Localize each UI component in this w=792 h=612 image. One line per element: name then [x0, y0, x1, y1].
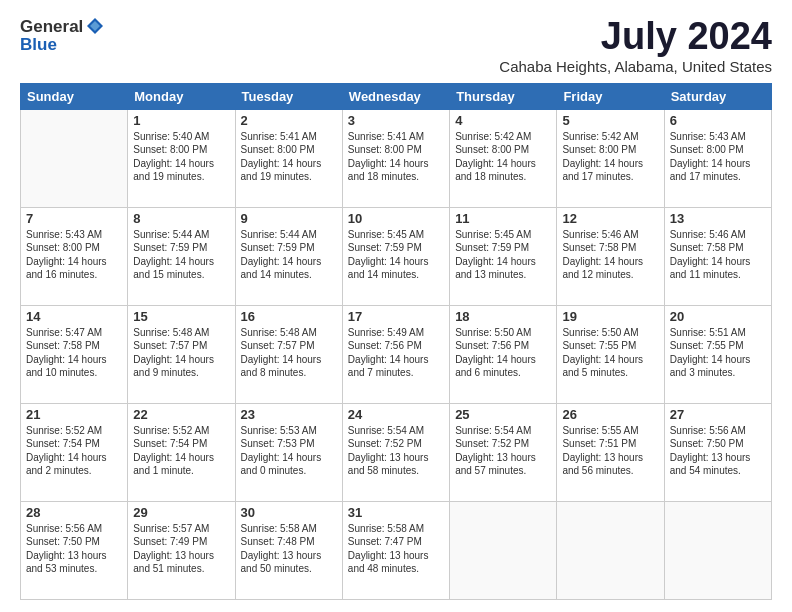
day-number: 25 — [455, 407, 551, 422]
table-row: 1Sunrise: 5:40 AM Sunset: 8:00 PM Daylig… — [128, 109, 235, 207]
day-info: Sunrise: 5:46 AM Sunset: 7:58 PM Dayligh… — [562, 228, 658, 282]
day-number: 16 — [241, 309, 337, 324]
day-info: Sunrise: 5:58 AM Sunset: 7:48 PM Dayligh… — [241, 522, 337, 576]
day-number: 6 — [670, 113, 766, 128]
col-tuesday: Tuesday — [235, 83, 342, 109]
day-number: 2 — [241, 113, 337, 128]
day-info: Sunrise: 5:56 AM Sunset: 7:50 PM Dayligh… — [670, 424, 766, 478]
day-number: 9 — [241, 211, 337, 226]
col-saturday: Saturday — [664, 83, 771, 109]
calendar-table: Sunday Monday Tuesday Wednesday Thursday… — [20, 83, 772, 600]
calendar-week-4: 21Sunrise: 5:52 AM Sunset: 7:54 PM Dayli… — [21, 403, 772, 501]
table-row: 12Sunrise: 5:46 AM Sunset: 7:58 PM Dayli… — [557, 207, 664, 305]
day-info: Sunrise: 5:41 AM Sunset: 8:00 PM Dayligh… — [241, 130, 337, 184]
day-number: 18 — [455, 309, 551, 324]
table-row: 7Sunrise: 5:43 AM Sunset: 8:00 PM Daylig… — [21, 207, 128, 305]
col-monday: Monday — [128, 83, 235, 109]
table-row: 29Sunrise: 5:57 AM Sunset: 7:49 PM Dayli… — [128, 501, 235, 599]
day-info: Sunrise: 5:54 AM Sunset: 7:52 PM Dayligh… — [455, 424, 551, 478]
table-row — [21, 109, 128, 207]
day-info: Sunrise: 5:43 AM Sunset: 8:00 PM Dayligh… — [670, 130, 766, 184]
day-number: 1 — [133, 113, 229, 128]
day-number: 11 — [455, 211, 551, 226]
day-info: Sunrise: 5:42 AM Sunset: 8:00 PM Dayligh… — [455, 130, 551, 184]
day-info: Sunrise: 5:58 AM Sunset: 7:47 PM Dayligh… — [348, 522, 444, 576]
day-number: 22 — [133, 407, 229, 422]
day-info: Sunrise: 5:42 AM Sunset: 8:00 PM Dayligh… — [562, 130, 658, 184]
day-info: Sunrise: 5:44 AM Sunset: 7:59 PM Dayligh… — [241, 228, 337, 282]
day-info: Sunrise: 5:52 AM Sunset: 7:54 PM Dayligh… — [26, 424, 122, 478]
day-info: Sunrise: 5:50 AM Sunset: 7:55 PM Dayligh… — [562, 326, 658, 380]
table-row — [557, 501, 664, 599]
day-info: Sunrise: 5:48 AM Sunset: 7:57 PM Dayligh… — [133, 326, 229, 380]
day-number: 24 — [348, 407, 444, 422]
table-row: 14Sunrise: 5:47 AM Sunset: 7:58 PM Dayli… — [21, 305, 128, 403]
day-number: 13 — [670, 211, 766, 226]
day-number: 17 — [348, 309, 444, 324]
day-info: Sunrise: 5:52 AM Sunset: 7:54 PM Dayligh… — [133, 424, 229, 478]
day-info: Sunrise: 5:56 AM Sunset: 7:50 PM Dayligh… — [26, 522, 122, 576]
day-number: 4 — [455, 113, 551, 128]
day-number: 7 — [26, 211, 122, 226]
location-title: Cahaba Heights, Alabama, United States — [499, 58, 772, 75]
table-row: 3Sunrise: 5:41 AM Sunset: 8:00 PM Daylig… — [342, 109, 449, 207]
calendar-week-5: 28Sunrise: 5:56 AM Sunset: 7:50 PM Dayli… — [21, 501, 772, 599]
day-number: 5 — [562, 113, 658, 128]
day-number: 14 — [26, 309, 122, 324]
table-row: 21Sunrise: 5:52 AM Sunset: 7:54 PM Dayli… — [21, 403, 128, 501]
day-number: 27 — [670, 407, 766, 422]
day-number: 30 — [241, 505, 337, 520]
day-info: Sunrise: 5:40 AM Sunset: 8:00 PM Dayligh… — [133, 130, 229, 184]
table-row: 18Sunrise: 5:50 AM Sunset: 7:56 PM Dayli… — [450, 305, 557, 403]
table-row: 15Sunrise: 5:48 AM Sunset: 7:57 PM Dayli… — [128, 305, 235, 403]
day-info: Sunrise: 5:47 AM Sunset: 7:58 PM Dayligh… — [26, 326, 122, 380]
day-info: Sunrise: 5:41 AM Sunset: 8:00 PM Dayligh… — [348, 130, 444, 184]
day-number: 23 — [241, 407, 337, 422]
day-number: 20 — [670, 309, 766, 324]
table-row: 19Sunrise: 5:50 AM Sunset: 7:55 PM Dayli… — [557, 305, 664, 403]
table-row: 2Sunrise: 5:41 AM Sunset: 8:00 PM Daylig… — [235, 109, 342, 207]
day-info: Sunrise: 5:49 AM Sunset: 7:56 PM Dayligh… — [348, 326, 444, 380]
table-row: 27Sunrise: 5:56 AM Sunset: 7:50 PM Dayli… — [664, 403, 771, 501]
table-row: 10Sunrise: 5:45 AM Sunset: 7:59 PM Dayli… — [342, 207, 449, 305]
col-wednesday: Wednesday — [342, 83, 449, 109]
header: General Blue July 2024 Cahaba Heights, A… — [20, 16, 772, 75]
day-info: Sunrise: 5:45 AM Sunset: 7:59 PM Dayligh… — [455, 228, 551, 282]
calendar-week-2: 7Sunrise: 5:43 AM Sunset: 8:00 PM Daylig… — [21, 207, 772, 305]
day-info: Sunrise: 5:46 AM Sunset: 7:58 PM Dayligh… — [670, 228, 766, 282]
table-row: 28Sunrise: 5:56 AM Sunset: 7:50 PM Dayli… — [21, 501, 128, 599]
day-number: 26 — [562, 407, 658, 422]
day-number: 3 — [348, 113, 444, 128]
day-number: 29 — [133, 505, 229, 520]
table-row: 30Sunrise: 5:58 AM Sunset: 7:48 PM Dayli… — [235, 501, 342, 599]
table-row: 24Sunrise: 5:54 AM Sunset: 7:52 PM Dayli… — [342, 403, 449, 501]
day-info: Sunrise: 5:55 AM Sunset: 7:51 PM Dayligh… — [562, 424, 658, 478]
table-row: 11Sunrise: 5:45 AM Sunset: 7:59 PM Dayli… — [450, 207, 557, 305]
col-thursday: Thursday — [450, 83, 557, 109]
table-row: 26Sunrise: 5:55 AM Sunset: 7:51 PM Dayli… — [557, 403, 664, 501]
logo: General Blue — [20, 16, 105, 53]
day-number: 19 — [562, 309, 658, 324]
day-number: 12 — [562, 211, 658, 226]
day-info: Sunrise: 5:50 AM Sunset: 7:56 PM Dayligh… — [455, 326, 551, 380]
table-row: 25Sunrise: 5:54 AM Sunset: 7:52 PM Dayli… — [450, 403, 557, 501]
table-row: 6Sunrise: 5:43 AM Sunset: 8:00 PM Daylig… — [664, 109, 771, 207]
calendar-week-1: 1Sunrise: 5:40 AM Sunset: 8:00 PM Daylig… — [21, 109, 772, 207]
month-title: July 2024 — [499, 16, 772, 58]
day-info: Sunrise: 5:43 AM Sunset: 8:00 PM Dayligh… — [26, 228, 122, 282]
logo-arrow-icon — [85, 16, 105, 36]
title-area: July 2024 Cahaba Heights, Alabama, Unite… — [499, 16, 772, 75]
table-row: 8Sunrise: 5:44 AM Sunset: 7:59 PM Daylig… — [128, 207, 235, 305]
page: General Blue July 2024 Cahaba Heights, A… — [0, 0, 792, 612]
day-info: Sunrise: 5:48 AM Sunset: 7:57 PM Dayligh… — [241, 326, 337, 380]
table-row: 31Sunrise: 5:58 AM Sunset: 7:47 PM Dayli… — [342, 501, 449, 599]
header-row: Sunday Monday Tuesday Wednesday Thursday… — [21, 83, 772, 109]
col-sunday: Sunday — [21, 83, 128, 109]
day-number: 8 — [133, 211, 229, 226]
table-row: 20Sunrise: 5:51 AM Sunset: 7:55 PM Dayli… — [664, 305, 771, 403]
table-row: 17Sunrise: 5:49 AM Sunset: 7:56 PM Dayli… — [342, 305, 449, 403]
table-row: 13Sunrise: 5:46 AM Sunset: 7:58 PM Dayli… — [664, 207, 771, 305]
day-info: Sunrise: 5:44 AM Sunset: 7:59 PM Dayligh… — [133, 228, 229, 282]
day-number: 31 — [348, 505, 444, 520]
table-row: 9Sunrise: 5:44 AM Sunset: 7:59 PM Daylig… — [235, 207, 342, 305]
